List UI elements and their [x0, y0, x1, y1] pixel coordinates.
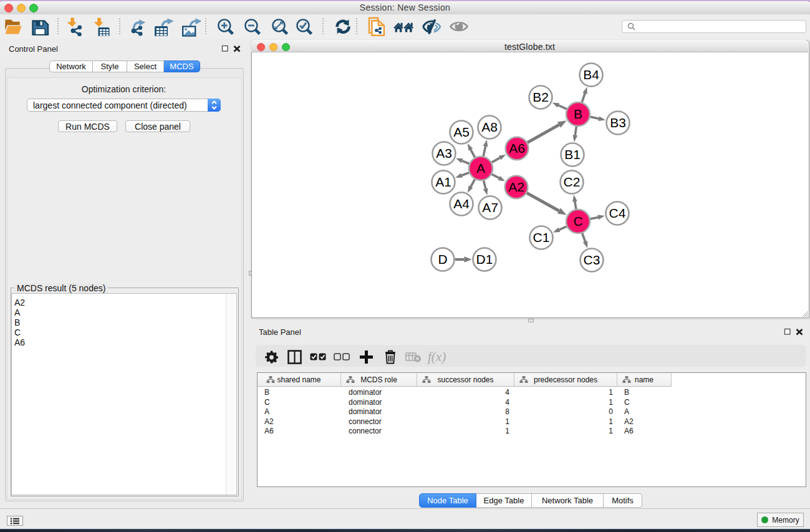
svg-text:C: C [573, 214, 582, 228]
svg-text:A8: A8 [481, 120, 498, 134]
svg-text:A2: A2 [508, 180, 524, 194]
svg-text:A1: A1 [435, 175, 451, 189]
svg-text:B1: B1 [564, 147, 581, 162]
svg-text:A3: A3 [436, 146, 452, 160]
svg-text:C2: C2 [564, 175, 581, 189]
svg-text:D: D [438, 252, 447, 266]
svg-text:A: A [476, 161, 485, 175]
svg-text:D1: D1 [476, 252, 493, 266]
svg-text:B3: B3 [610, 115, 626, 130]
svg-text:C1: C1 [533, 230, 550, 244]
svg-text:C3: C3 [584, 253, 600, 267]
svg-text:A7: A7 [482, 200, 498, 215]
svg-text:B: B [574, 107, 582, 121]
svg-text:C4: C4 [609, 206, 626, 220]
svg-text:B2: B2 [533, 90, 549, 104]
svg-text:A6: A6 [509, 141, 525, 155]
svg-text:A4: A4 [453, 196, 470, 211]
svg-text:A5: A5 [453, 125, 470, 139]
svg-text:B4: B4 [583, 67, 599, 82]
